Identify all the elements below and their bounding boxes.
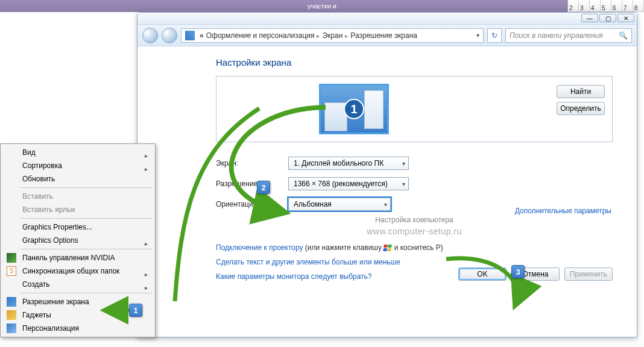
ico-gadget-icon: [7, 310, 16, 320]
taskbar-title: участки и: [308, 2, 336, 10]
resolution-row: Разрешение: 1366 × 768 (рекомендуется): [216, 177, 613, 190]
breadcrumb-item[interactable]: Разрешение экрана: [350, 31, 417, 40]
menu-item-label: Graphics Properties...: [22, 223, 92, 231]
footer-buttons: OK Отмена Применить: [458, 267, 613, 281]
menu-item[interactable]: Graphics Options: [2, 234, 154, 247]
calendar-cell[interactable]: 2: [568, 0, 579, 12]
menu-item[interactable]: Сортировка: [2, 159, 154, 172]
menu-item: Вставить: [2, 190, 154, 203]
chevron-right-icon: [317, 31, 320, 40]
calendar-cell[interactable]: 5: [601, 0, 611, 12]
ok-button[interactable]: OK: [458, 267, 507, 281]
ico-res-icon: [7, 297, 16, 307]
menu-item-label: Вставить ярлык: [22, 205, 75, 214]
ico-sync-icon: S: [7, 266, 16, 276]
callout-1: 1: [129, 304, 142, 317]
display-preview-box: 1 Найти Определить: [216, 76, 613, 142]
menu-item-label: Синхронизация общих папок: [22, 267, 119, 275]
menu-item: Вставить ярлык: [2, 203, 154, 216]
calendar-cell[interactable]: 3: [579, 0, 590, 12]
nav-forward-button[interactable]: [162, 28, 177, 43]
orientation-label: Ориентация:: [216, 200, 288, 208]
desktop-top-bar: участки и 2 3 4 5 6 7 8: [0, 0, 644, 12]
calendar-cell[interactable]: 8: [633, 0, 644, 12]
menu-item-label: Обновить: [22, 175, 55, 183]
refresh-button[interactable]: ↻: [487, 28, 502, 43]
screen-row: Экран: 1. Дисплей мобильного ПК: [216, 157, 613, 170]
menu-separator: [20, 293, 153, 293]
callout-2: 2: [257, 181, 270, 194]
find-display-button[interactable]: Найти: [557, 85, 605, 98]
calendar-cell[interactable]: 7: [622, 0, 633, 12]
menu-item-label: Разрешение экрана: [22, 298, 89, 306]
orientation-dropdown[interactable]: Альбомная: [288, 198, 391, 211]
nav-back-button[interactable]: [142, 28, 158, 43]
calendar-cell[interactable]: 4: [590, 0, 601, 12]
search-placeholder: Поиск в панели управления: [510, 31, 603, 40]
search-icon: 🔍: [619, 31, 628, 40]
breadcrumb-back[interactable]: «: [200, 31, 204, 40]
menu-item-label: Вставить: [22, 192, 53, 201]
minimize-button[interactable]: —: [581, 14, 598, 22]
menu-item[interactable]: Создать: [2, 278, 154, 291]
monitor-number-badge: 1: [344, 99, 364, 119]
menu-item-label: Персонализация: [22, 324, 79, 333]
resolution-label: Разрешение:: [216, 180, 288, 188]
subtext: Настройка компьютера: [216, 216, 613, 224]
calendar-cell[interactable]: 6: [611, 0, 622, 12]
menu-separator: [20, 187, 153, 188]
apply-button[interactable]: Применить: [564, 267, 613, 281]
menu-item[interactable]: Персонализация: [2, 322, 154, 335]
page-heading: Настройки экрана: [216, 57, 613, 67]
breadcrumb-item[interactable]: Оформление и персонализация: [206, 31, 315, 40]
screen-dropdown[interactable]: 1. Дисплей мобильного ПК: [288, 157, 409, 170]
screen-resolution-window: — ▢ ✕ « Оформление и персонализация Экра…: [137, 12, 637, 337]
window-titlebar[interactable]: — ▢ ✕: [137, 13, 637, 25]
windows-key-icon: [383, 245, 393, 252]
menu-item-label: Graphics Options: [22, 236, 78, 245]
control-panel-icon: [185, 31, 195, 40]
monitor-thumbnail[interactable]: 1: [319, 84, 389, 134]
resolution-dropdown[interactable]: 1366 × 768 (рекомендуется): [288, 177, 409, 190]
textsize-link[interactable]: Сделать текст и другие элементы больше и…: [216, 258, 400, 266]
content-area: Настройки экрана 1 Найти Определить Экра…: [137, 46, 637, 293]
menu-separator: [20, 218, 153, 219]
menu-item-label: Гаджеты: [22, 311, 51, 319]
menu-item[interactable]: Вид: [2, 146, 154, 159]
menu-item-label: Вид: [22, 148, 36, 157]
ico-pers-icon: [7, 324, 16, 333]
menu-separator: [20, 249, 153, 249]
callout-3: 3: [511, 265, 525, 278]
whichparams-link[interactable]: Какие параметры монитора следует выбрать…: [216, 272, 372, 281]
menu-item[interactable]: Graphics Properties...: [2, 220, 154, 234]
menu-item[interactable]: SСинхронизация общих папок: [2, 264, 154, 278]
screen-label: Экран:: [216, 159, 288, 167]
close-button[interactable]: ✕: [617, 14, 634, 22]
menu-item-label: Создать: [22, 280, 50, 289]
projector-link[interactable]: Подключение к проектору: [216, 243, 303, 252]
menu-item[interactable]: Панель управления NVIDIA: [2, 251, 154, 264]
breadcrumb-item[interactable]: Экран: [322, 31, 343, 40]
advanced-settings-link[interactable]: Дополнительные параметры: [515, 207, 611, 215]
search-input[interactable]: Поиск в панели управления 🔍: [505, 28, 632, 43]
breadcrumb[interactable]: « Оформление и персонализация Экран Разр…: [181, 28, 484, 43]
breadcrumb-dropdown-icon[interactable]: ▾: [476, 32, 479, 39]
detect-display-button[interactable]: Определить: [557, 102, 605, 115]
maximize-button[interactable]: ▢: [599, 14, 616, 22]
chevron-right-icon: [345, 31, 348, 40]
menu-item-label: Сортировка: [22, 161, 62, 170]
menu-item-label: Панель управления NVIDIA: [22, 254, 115, 262]
projector-line: Подключение к проектору (или нажмите кла…: [216, 243, 613, 252]
ico-nv-icon: [7, 253, 16, 263]
textsize-line: Сделать текст и другие элементы больше и…: [216, 258, 613, 266]
watermark: www.computer-setup.ru: [216, 227, 613, 236]
menu-item[interactable]: Обновить: [2, 172, 154, 186]
calendar-strip: 2 3 4 5 6 7 8: [567, 0, 644, 12]
address-bar: « Оформление и персонализация Экран Разр…: [137, 25, 637, 46]
